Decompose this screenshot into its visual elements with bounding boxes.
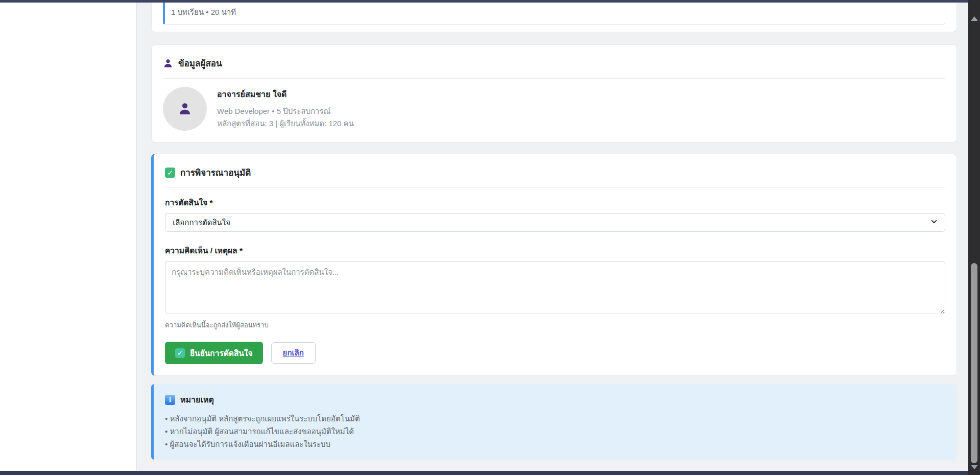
lesson-summary: 1 บทเรียน • 20 นาที <box>171 8 236 16</box>
approval-card: ✓ การพิจารณาอนุมัติ การตัดสินใจ * เลือกก… <box>151 154 957 376</box>
bottom-footer-edge <box>0 471 968 475</box>
check-box-icon: ✓ <box>165 168 175 178</box>
confirm-decision-button[interactable]: ✓ ยืนยันการตัดสินใจ <box>165 342 263 364</box>
note-card-title: หมายเหตุ <box>180 393 214 406</box>
comment-help-text: ความคิดเห็นนี้จะถูกส่งให้ผู้สอนทราบ <box>165 320 945 330</box>
confirm-decision-label: ยืนยันการตัดสินใจ <box>190 347 253 360</box>
instructor-card-header: ข้อมูลผู้สอน <box>163 56 945 70</box>
person-icon <box>163 58 173 68</box>
comment-label: ความคิดเห็น / เหตุผล * <box>165 244 945 257</box>
comment-textarea[interactable] <box>165 261 945 314</box>
approval-actions: ✓ ยืนยันการตัดสินใจ ยกเลิก <box>165 342 945 364</box>
content-column: 1 บทเรียน • 20 นาที ข้อมูลผู้สอน อาจารย์… <box>151 3 957 460</box>
instructor-name: อาจารย์สมชาย ใจดี <box>217 88 354 101</box>
avatar <box>163 87 207 131</box>
decision-label: การตัดสินใจ * <box>165 196 945 209</box>
lessons-card: 1 บทเรียน • 20 นาที <box>151 3 957 32</box>
lesson-item: 1 บทเรียน • 20 นาที <box>163 3 945 25</box>
approval-card-title: การพิจารณาอนุมัติ <box>180 165 251 179</box>
scroll-up-arrow-icon[interactable] <box>968 13 980 23</box>
note-card: i หมายเหตุ • หลังจากอนุมัติ หลักสูตรจะถู… <box>151 384 957 460</box>
vertical-scrollbar[interactable] <box>968 0 980 475</box>
check-box-icon: ✓ <box>175 348 185 358</box>
divider <box>165 187 945 188</box>
scroll-down-arrow-icon[interactable] <box>968 462 980 472</box>
decision-select-value: เลือกการตัดสินใจ <box>173 217 230 229</box>
person-icon <box>178 102 192 116</box>
note-bullet: • หลังจากอนุมัติ หลักสูตรจะถูกเผยแพร่ในร… <box>165 412 946 425</box>
cancel-button[interactable]: ยกเลิก <box>271 342 316 364</box>
instructor-role: Web Developer • 5 ปีประสบการณ์ <box>217 105 354 117</box>
instructor-card: ข้อมูลผู้สอน อาจารย์สมชาย ใจดี Web Devel… <box>151 44 957 142</box>
left-sidebar <box>0 3 137 471</box>
divider <box>163 78 945 79</box>
decision-select[interactable]: เลือกการตัดสินใจ <box>165 213 945 232</box>
main-content-area: 1 บทเรียน • 20 นาที ข้อมูลผู้สอน อาจารย์… <box>137 3 968 471</box>
instructor-stats: หลักสูตรที่สอน: 3 | ผู้เรียนทั้งหมด: 120… <box>217 117 354 130</box>
note-bullet: • ผู้สอนจะได้รับการแจ้งเตือนผ่านอีเมลและ… <box>165 438 946 450</box>
scrollbar-thumb[interactable] <box>971 263 977 463</box>
note-card-header: i หมายเหตุ <box>165 393 946 406</box>
note-bullet: • หากไม่อนุมัติ ผู้สอนสามารถแก้ไขและส่งข… <box>165 425 946 438</box>
instructor-profile: อาจารย์สมชาย ใจดี Web Developer • 5 ปีปร… <box>163 87 945 131</box>
instructor-card-title: ข้อมูลผู้สอน <box>178 56 222 70</box>
approval-card-header: ✓ การพิจารณาอนุมัติ <box>165 165 945 179</box>
chevron-down-icon <box>930 218 938 227</box>
instructor-details: อาจารย์สมชาย ใจดี Web Developer • 5 ปีปร… <box>217 88 354 130</box>
info-icon: i <box>165 395 175 405</box>
